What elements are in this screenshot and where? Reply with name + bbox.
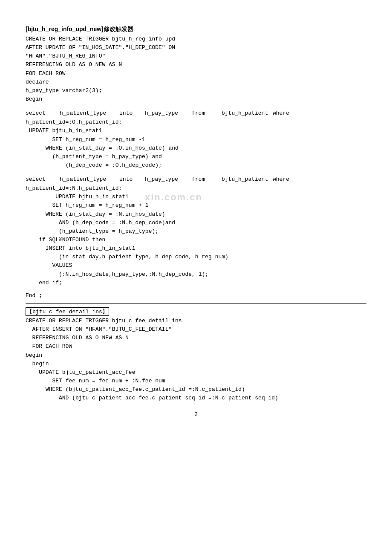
- select2-into: into: [119, 175, 145, 184]
- section2-bracket-title: 【bjtu_c_fee_detail_ins】: [26, 307, 109, 316]
- page-number: 2: [26, 411, 366, 417]
- page-content: [bjtu_h_reg_info_upd_new]修改触发器 CREATE OR…: [26, 26, 366, 417]
- select1-col: h_patient_type: [60, 109, 119, 118]
- code-after-select1: h_patient_id=:O.h_patient_id; UPDATE bjt…: [26, 118, 366, 170]
- end-line: End ;: [26, 292, 366, 300]
- section-divider: [26, 304, 366, 304]
- section1-title: [bjtu_h_reg_info_upd_new]修改触发器: [26, 26, 366, 33]
- select2-var: h_pay_type: [145, 175, 192, 184]
- select1-var: h_pay_type: [145, 109, 192, 118]
- section2-code: CREATE OR REPLACE TRIGGER bjtu_c_fee_det…: [26, 317, 366, 402]
- select1-where: where: [273, 109, 298, 118]
- select1-from: from: [192, 109, 222, 118]
- select1-keyword: select: [26, 109, 60, 118]
- select2-row: select h_patient_type into h_pay_type fr…: [26, 175, 366, 184]
- section1-header-code: CREATE OR REPLACE TRIGGER bjtu_h_reg_inf…: [26, 35, 366, 104]
- select2-keyword: select: [26, 175, 60, 184]
- select1-table: bjtu_h_patient: [222, 109, 273, 118]
- select2-where: where: [273, 175, 298, 184]
- code-after-select2: h_patient_id=:N.h_patient_id; UPDATE bjt…: [26, 184, 366, 287]
- select2-from: from: [192, 175, 222, 184]
- select2-col: h_patient_type: [60, 175, 119, 184]
- select1-into: into: [119, 109, 145, 118]
- select2-table: bjtu_h_patient: [222, 175, 273, 184]
- select1-row: select h_patient_type into h_pay_type fr…: [26, 109, 366, 118]
